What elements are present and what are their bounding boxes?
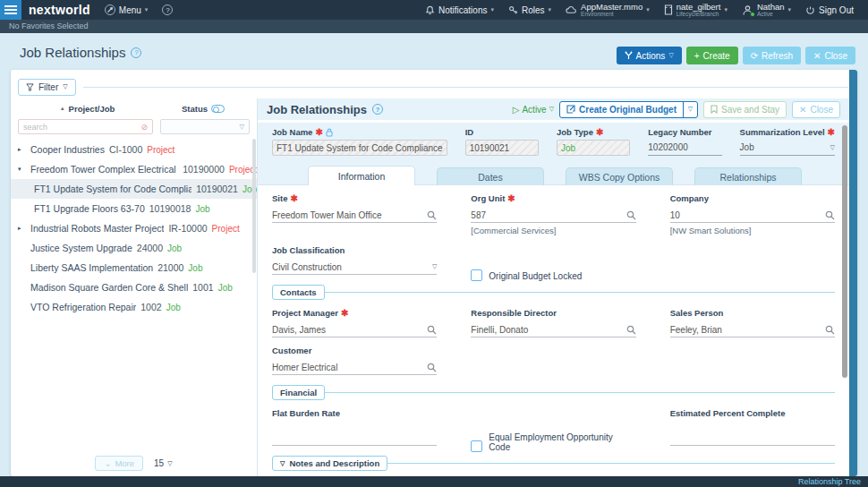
page-title: Job Relationships ? — [20, 45, 141, 60]
environment-sub: Environment — [581, 12, 642, 18]
eeo-code-checkbox[interactable] — [471, 440, 482, 452]
actions-button[interactable]: Actions ▽ — [617, 47, 682, 64]
sign-out-label: Sign Out — [819, 5, 854, 15]
bell-icon — [425, 5, 435, 15]
collapse-chevron-icon[interactable]: ▾ — [18, 166, 26, 173]
type-badge: Project — [212, 224, 240, 234]
page-size-select[interactable]: 15 ▽ — [154, 458, 173, 468]
sign-out-button[interactable]: Sign Out — [805, 5, 854, 15]
search-icon[interactable] — [427, 210, 437, 220]
relationship-tree-label[interactable]: Relationship Tree — [798, 477, 861, 486]
field-original-budget-locked: Original Budget Locked — [471, 245, 635, 283]
search-icon[interactable] — [427, 325, 437, 335]
search-icon[interactable] — [825, 325, 835, 335]
information-form: Site✱ Freedom Tower Main Office Org Unit… — [258, 184, 849, 476]
search-icon[interactable] — [427, 363, 437, 372]
refresh-button[interactable]: ⟳ Refresh — [743, 47, 801, 64]
create-original-budget-dropdown[interactable]: ▽ — [683, 102, 697, 117]
chevron-down-icon: ▾ — [788, 6, 792, 13]
tree-row[interactable]: FT1 Upgrade Floors 63-70 10190018 Job — [11, 199, 257, 218]
project-manager-lookup-input[interactable]: Davis, James — [272, 322, 437, 337]
clear-search-icon[interactable]: ⊘ — [140, 123, 148, 132]
tree-row[interactable]: Justice System Upgrade 24000 Job — [11, 238, 257, 258]
status-filter-select[interactable]: ▽ — [160, 119, 250, 134]
responsible-director-lookup-input[interactable]: Finelli, Donato — [471, 322, 635, 337]
help-icon[interactable]: ? — [372, 104, 383, 115]
load-more-button[interactable]: ⌄ More — [95, 456, 143, 471]
user-dropdown[interactable]: Nathan Active ▾ — [742, 3, 791, 18]
expand-chevron-icon[interactable]: ▸ — [18, 225, 26, 232]
filter-row: Filter ▽ — [11, 70, 857, 97]
help-button[interactable]: ? — [162, 4, 173, 15]
search-icon[interactable] — [626, 210, 636, 220]
chevron-down-icon: ▽ — [668, 52, 673, 59]
summarization-level-select[interactable]: Job ▽ — [740, 140, 835, 156]
filter-button[interactable]: Filter ▽ — [18, 79, 76, 96]
estimated-percent-complete-input[interactable] — [670, 431, 835, 446]
create-button[interactable]: + Create — [686, 47, 738, 64]
detail-close-button[interactable]: ✕ Close — [792, 101, 840, 118]
record-status-dropdown[interactable]: ▷ Active ▽ — [513, 105, 554, 115]
column-header-status[interactable]: Status — [157, 104, 250, 114]
tab-relationships[interactable]: Relationships — [694, 167, 802, 185]
environment-dropdown[interactable]: AppMaster.mmo Environment ▾ — [566, 3, 650, 18]
user-avatar-icon — [742, 4, 753, 16]
bookmark-icon — [711, 105, 718, 114]
relationship-tree-collapsed-panel[interactable] — [849, 70, 857, 476]
roles-label: Roles — [522, 5, 545, 15]
tab-dates[interactable]: Dates — [437, 167, 544, 185]
bottom-status-bar: Relationship Tree — [0, 476, 868, 487]
column-header-project-job[interactable]: ▲ Project/Job — [18, 104, 157, 114]
tree-row-selected[interactable]: FT1 Update System for Code Compliance 10… — [11, 179, 257, 199]
close-button[interactable]: ✕ Close — [805, 47, 855, 64]
favorites-bar: No Favorites Selected — [0, 20, 868, 33]
detail-scrollbar-thumb[interactable] — [842, 125, 847, 378]
search-icon[interactable] — [626, 325, 636, 335]
field-site: Site✱ Freedom Tower Main Office — [272, 193, 437, 235]
expand-chevron-icon[interactable]: ▸ — [18, 146, 26, 153]
site-lookup-input[interactable]: Freedom Tower Main Office — [272, 208, 437, 223]
flat-burden-rate-input[interactable] — [272, 431, 437, 446]
org-unit-lookup-input[interactable]: 587 — [471, 208, 635, 223]
required-icon: ✱ — [507, 193, 515, 203]
tree-row[interactable]: ▾ Freedom Tower Complex Electrical Upgra… — [11, 159, 257, 179]
search-icon[interactable] — [825, 210, 835, 220]
tree-row[interactable]: Madison Square Garden Core & Shell 1001 … — [11, 278, 257, 297]
create-original-budget-button[interactable]: Create Original Budget — [560, 102, 683, 117]
tab-wbs-copy-options[interactable]: WBS Copy Options — [566, 167, 673, 185]
chevron-down-icon: ▾ — [145, 6, 149, 13]
close-icon: ✕ — [813, 51, 821, 61]
job-classification-select[interactable]: Civil Construction ▽ — [272, 260, 437, 275]
tab-information[interactable]: Information — [308, 166, 415, 185]
divider — [83, 87, 848, 88]
help-icon[interactable]: ? — [131, 47, 141, 58]
job-type-value: Job — [557, 140, 630, 156]
edit-box-icon — [566, 105, 575, 114]
hamburger-menu-icon[interactable] — [0, 0, 21, 20]
notifications-dropdown[interactable]: Notifications ▾ — [425, 5, 494, 15]
notes-section-chip[interactable]: ▽ Notes and Description — [272, 456, 387, 471]
chevron-down-icon: ▽ — [240, 124, 244, 131]
plus-icon: + — [694, 51, 700, 61]
company-lookup-input[interactable]: 10 — [670, 208, 835, 223]
tree-row[interactable]: Liberty SAAS Implementation 21000 Job — [11, 258, 257, 278]
roles-dropdown[interactable]: Roles ▾ — [508, 5, 551, 15]
original-budget-locked-checkbox[interactable] — [471, 269, 482, 281]
tree-search-input[interactable] — [23, 123, 140, 132]
legacy-number-input[interactable]: 10202000 — [648, 140, 721, 156]
save-and-stay-button[interactable]: Save and Stay — [703, 101, 787, 118]
required-icon: ✱ — [290, 193, 297, 203]
tree-row[interactable]: VTO Refrigeration Repair 1002 Job — [11, 297, 257, 317]
menu-dropdown[interactable]: Menu ▾ — [105, 4, 149, 15]
key-icon — [508, 5, 518, 15]
tree-pagination: ⌄ More 15 ▽ — [11, 456, 257, 471]
customer-lookup-input[interactable]: Homer Electrical — [272, 360, 437, 375]
branch-dropdown[interactable]: nate_gilbert Lifecycle/Branch ▾ — [664, 3, 728, 18]
sales-person-lookup-input[interactable]: Feeley, Brian — [670, 322, 835, 337]
tree-row[interactable]: ▸ Industrial Robots Master Project IR-10… — [11, 218, 257, 238]
no-favorites-text: No Favorites Selected — [9, 21, 89, 30]
field-flat-burden-rate: Flat Burden Rate — [272, 408, 437, 446]
tree-scrollbar-thumb[interactable] — [252, 139, 256, 273]
detail-title: Job Relationships ? — [267, 103, 383, 116]
tree-row[interactable]: ▸ Cooper Industries CI-1000 Project — [11, 140, 257, 159]
